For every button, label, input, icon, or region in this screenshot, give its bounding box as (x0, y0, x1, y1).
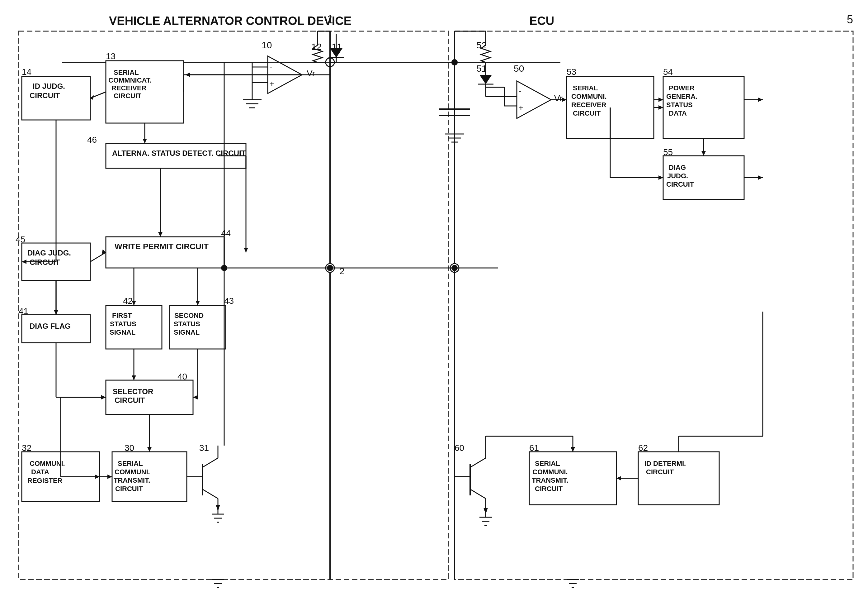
svg-text:SELECTOR: SELECTOR (113, 387, 153, 396)
vr-label-right: Vr (554, 93, 562, 103)
number-61: 61 (529, 443, 539, 453)
svg-text:SERIAL: SERIAL (114, 69, 139, 76)
svg-text:COMMUNI.: COMMUNI. (571, 93, 607, 101)
number-13: 13 (106, 52, 116, 61)
number-40: 40 (177, 372, 187, 381)
svg-text:DIAG JUDG.: DIAG JUDG. (27, 249, 71, 257)
svg-text:TRANSMIT.: TRANSMIT. (532, 476, 568, 484)
svg-text:REGISTER: REGISTER (27, 477, 63, 484)
svg-text:TRANSMIT.: TRANSMIT. (114, 476, 150, 484)
svg-text:STATUS: STATUS (174, 320, 200, 328)
svg-text:CIRCUIT: CIRCUIT (646, 468, 674, 476)
svg-text:+: + (519, 103, 523, 113)
svg-rect-81 (106, 237, 224, 268)
svg-text:FIRST: FIRST (112, 311, 132, 319)
svg-text:SIGNAL: SIGNAL (174, 328, 200, 336)
svg-text:CIRCUIT: CIRCUIT (114, 92, 142, 100)
vr-label-left: Vr (307, 69, 315, 78)
id-judg-label: ID JUDG. (33, 82, 65, 90)
svg-text:DATA: DATA (31, 468, 49, 476)
number-60: 60 (454, 443, 464, 453)
number-45: 45 (16, 235, 25, 244)
left-section-label: VEHICLE ALTERNATOR CONTROL DEVICE (109, 14, 351, 27)
svg-text:COMMNICAT.: COMMNICAT. (108, 76, 152, 84)
number-55: 55 (663, 148, 673, 157)
number-2: 2 (339, 266, 345, 276)
number-14: 14 (22, 67, 31, 77)
number-44: 44 (221, 228, 231, 238)
number-46: 46 (87, 135, 97, 145)
svg-text:DIAG FLAG: DIAG FLAG (30, 322, 71, 330)
svg-text:-: - (519, 86, 521, 95)
svg-text:SERIAL: SERIAL (573, 84, 598, 92)
svg-text:-: - (269, 62, 272, 72)
circuit-diagram: VEHICLE ALTERNATOR CONTROL DEVICE ECU 1 … (0, 0, 868, 616)
svg-text:DATA: DATA (669, 109, 687, 117)
right-section-label: ECU (529, 14, 554, 27)
svg-text:SERIAL: SERIAL (535, 460, 560, 467)
svg-text:WRITE PERMIT CIRCUIT: WRITE PERMIT CIRCUIT (114, 242, 208, 251)
svg-text:RECEIVER: RECEIVER (571, 101, 606, 109)
svg-text:CIRCUIT: CIRCUIT (30, 91, 60, 100)
number-51: 51 (476, 63, 487, 74)
svg-text:COMMUNI.: COMMUNI. (114, 468, 150, 476)
svg-text:COMMUNI.: COMMUNI. (30, 460, 65, 467)
number-10: 10 (262, 40, 272, 50)
svg-text:JUDG.: JUDG. (667, 172, 688, 180)
svg-text:DIAG: DIAG (669, 163, 686, 171)
svg-text:+: + (269, 79, 274, 88)
number-5: 5 (847, 13, 853, 26)
svg-text:CIRCUIT: CIRCUIT (573, 109, 601, 117)
svg-text:CIRCUIT: CIRCUIT (666, 181, 694, 188)
diagram-container: VEHICLE ALTERNATOR CONTROL DEVICE ECU 1 … (0, 0, 868, 616)
number-41: 41 (19, 306, 28, 316)
number-53: 53 (567, 67, 576, 77)
svg-text:SIGNAL: SIGNAL (110, 328, 135, 336)
svg-text:CIRCUIT: CIRCUIT (535, 485, 563, 493)
number-43: 43 (224, 296, 234, 306)
svg-text:SECOND: SECOND (174, 311, 204, 319)
svg-text:STATUS: STATUS (110, 320, 136, 328)
svg-text:CIRCUIT: CIRCUIT (114, 396, 145, 404)
number-12: 12 (311, 41, 321, 52)
svg-point-148 (327, 265, 333, 271)
number-32: 32 (22, 443, 31, 453)
number-31: 31 (199, 443, 209, 453)
number-50: 50 (514, 63, 524, 74)
number-54: 54 (663, 67, 673, 77)
svg-text:STATUS: STATUS (666, 101, 693, 109)
number-62: 62 (638, 443, 648, 453)
svg-text:GENERA.: GENERA. (666, 93, 697, 101)
svg-text:CIRCUIT: CIRCUIT (115, 485, 143, 493)
number-1: 1 (327, 13, 333, 26)
svg-text:RECEIVER: RECEIVER (111, 84, 147, 92)
svg-text:POWER: POWER (669, 84, 694, 92)
number-30: 30 (125, 443, 134, 453)
number-42: 42 (123, 296, 133, 306)
svg-text:ID DETERMI.: ID DETERMI. (644, 460, 686, 467)
svg-text:SERIAL: SERIAL (118, 460, 143, 467)
svg-text:COMMUNI.: COMMUNI. (533, 468, 568, 476)
